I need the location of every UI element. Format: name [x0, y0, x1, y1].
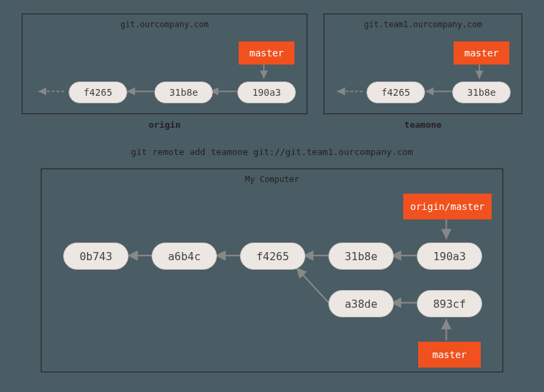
commit-node: 31b8e — [452, 82, 511, 103]
diagram-canvas: git.ourcompany.com master f4265 31b8e 19… — [0, 0, 544, 392]
origin-host: git.ourcompany.com — [22, 20, 307, 29]
origin-master-ref-tag: origin/master — [403, 194, 492, 219]
commit-node: a6b4c — [152, 243, 217, 270]
commit-node: a38de — [328, 290, 394, 317]
commit-node: f4265 — [367, 82, 425, 103]
teamone-panel: git.team1.ourcompany.com master f4265 31… — [324, 14, 522, 114]
local-title: My Computer — [41, 175, 503, 184]
local-panel: My Computer origin/master 0b743 a6b4c — [41, 168, 503, 372]
origin-panel: git.ourcompany.com master f4265 31b8e 19… — [22, 14, 307, 114]
commit-node: 31b8e — [154, 82, 213, 103]
teamone-host: git.team1.ourcompany.com — [324, 20, 522, 29]
commit-node: 0b743 — [63, 243, 129, 270]
commit-node: f4265 — [240, 243, 305, 270]
commit-node: 190a3 — [237, 82, 296, 103]
teamone-label: teamone — [324, 120, 522, 130]
svg-line-13 — [296, 268, 329, 303]
origin-master-tag: master — [239, 41, 294, 65]
local-master-tag: master — [418, 342, 481, 368]
origin-label: origin — [22, 120, 307, 130]
git-command: git remote add teamone git://git.team1.o… — [0, 147, 544, 157]
teamone-master-tag: master — [454, 41, 509, 65]
commit-node: f4265 — [69, 82, 127, 103]
commit-node: 31b8e — [328, 243, 394, 270]
commit-node: 190a3 — [417, 243, 482, 270]
commit-node: 893cf — [417, 290, 482, 317]
